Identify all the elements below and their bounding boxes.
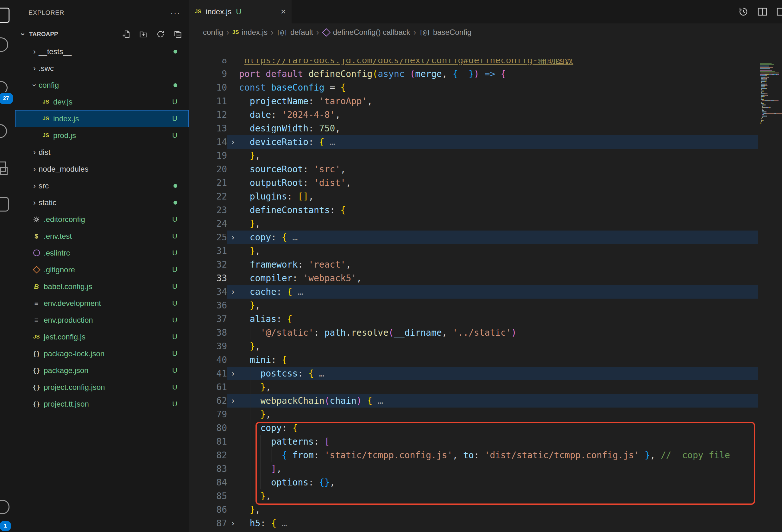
tree-file-project-config-json[interactable]: {}project.config.jsonU bbox=[15, 379, 189, 395]
new-folder-icon[interactable] bbox=[139, 30, 147, 38]
tree-file-editorconfig[interactable]: .editorconfigU bbox=[15, 211, 189, 228]
breadcrumb-item-defineconfig-callback[interactable]: defineConfig() callback bbox=[322, 28, 410, 37]
code-text: }, bbox=[239, 503, 758, 517]
code-editor[interactable]: 8 https://taro-docs.jd.com/docs/next/con… bbox=[189, 41, 782, 532]
line-number: 24 bbox=[189, 217, 227, 230]
indent-guide bbox=[239, 421, 250, 435]
code-line[interactable]: 87›h5: { … bbox=[189, 517, 758, 530]
code-line[interactable]: 41›postcss: { … bbox=[189, 367, 758, 380]
code-line[interactable]: 82{ from: 'static/tcmpp.config.js', to: … bbox=[189, 449, 758, 462]
code-line[interactable]: 10const baseConfig = { bbox=[189, 81, 758, 94]
tree-file-project-tt-json[interactable]: {}project.tt.jsonU bbox=[15, 395, 189, 412]
breadcrumb-item-index-js[interactable]: JSindex.js bbox=[233, 28, 268, 37]
tree-file-env-production[interactable]: ≡env.productionU bbox=[15, 312, 189, 328]
breadcrumb-item-config[interactable]: config bbox=[203, 28, 223, 37]
minimap[interactable] bbox=[758, 59, 782, 532]
timeline-history-icon[interactable] bbox=[738, 7, 748, 17]
refresh-icon[interactable] bbox=[156, 30, 165, 38]
fold-chevron-icon[interactable]: › bbox=[227, 367, 239, 380]
tree-file-eslintrc[interactable]: .eslintrcU bbox=[15, 245, 189, 261]
tree-file-env-test[interactable]: $.env.testU bbox=[15, 228, 189, 245]
code-line[interactable]: 38'@/static': path.resolve(__dirname, '.… bbox=[189, 326, 758, 340]
tree-folder-tests[interactable]: ›__tests__ bbox=[15, 43, 189, 60]
code-line[interactable]: 33compiler: 'webpack5', bbox=[189, 271, 758, 285]
tree-file-index-js[interactable]: JSindex.jsU bbox=[15, 110, 189, 127]
code-area[interactable]: 8 https://taro-docs.jd.com/docs/next/con… bbox=[189, 59, 758, 532]
run-debug-icon[interactable] bbox=[0, 124, 7, 138]
code-line[interactable]: 40mini: { bbox=[189, 353, 758, 367]
code-line[interactable]: 112}, bbox=[189, 530, 758, 532]
tree-file-jest-config-js[interactable]: JSjest.config.jsU bbox=[15, 328, 189, 345]
tree-file-env-development[interactable]: ≡env.developmentU bbox=[15, 295, 189, 312]
fold-chevron-icon[interactable]: › bbox=[227, 394, 239, 407]
code-line[interactable]: 39}, bbox=[189, 340, 758, 353]
fold-chevron-icon[interactable]: › bbox=[227, 135, 239, 149]
tree-file-prod-js[interactable]: JSprod.jsU bbox=[15, 127, 189, 144]
code-line[interactable]: 80copy: { bbox=[189, 421, 758, 435]
code-line[interactable]: 62›webpackChain(chain) { … bbox=[189, 394, 758, 407]
code-line[interactable]: 8 https://taro-docs.jd.com/docs/next/con… bbox=[189, 59, 758, 67]
tree-folder-swc[interactable]: ›.swc bbox=[15, 60, 189, 77]
code-line[interactable]: 19}, bbox=[189, 149, 758, 163]
fold-gutter bbox=[227, 121, 239, 135]
tree-folder-static[interactable]: ›static bbox=[15, 194, 189, 211]
tree-file-dev-js[interactable]: JSdev.jsU bbox=[15, 94, 189, 110]
breadcrumb-item-default[interactable]: [@]default bbox=[277, 28, 313, 37]
code-line[interactable]: 25›copy: { … bbox=[189, 230, 758, 244]
explorer-view-icon[interactable] bbox=[0, 8, 9, 23]
code-line[interactable]: 12date: '2024-4-8', bbox=[189, 108, 758, 121]
code-line[interactable]: 79}, bbox=[189, 407, 758, 421]
code-line[interactable]: 84options: {}, bbox=[189, 475, 758, 489]
tab-index-js[interactable]: JS index.js U × bbox=[189, 0, 292, 24]
code-line[interactable]: 31}, bbox=[189, 244, 758, 258]
fold-chevron-icon[interactable]: › bbox=[227, 285, 239, 298]
fold-chevron-icon[interactable]: › bbox=[227, 517, 239, 530]
code-line[interactable]: 14›deviceRatio: { … bbox=[189, 135, 758, 149]
code-line[interactable]: 83], bbox=[189, 462, 758, 475]
code-line[interactable]: 21outputRoot: 'dist', bbox=[189, 176, 758, 190]
code-line[interactable]: 61}, bbox=[189, 380, 758, 394]
section-header-taroapp[interactable]: › TAROAPP bbox=[15, 25, 189, 43]
code-line[interactable]: 37alias: { bbox=[189, 312, 758, 326]
more-actions-icon[interactable] bbox=[776, 7, 782, 17]
tree-folder-node-modules[interactable]: ›node_modules bbox=[15, 161, 189, 177]
git-status-badge: U bbox=[172, 249, 177, 257]
code-line[interactable]: 22plugins: [], bbox=[189, 190, 758, 203]
explorer-more-icon[interactable]: ··· bbox=[170, 8, 180, 18]
tree-folder-config[interactable]: ›config bbox=[15, 77, 189, 94]
fold-gutter bbox=[227, 380, 239, 394]
code-line[interactable]: 32framework: 'react', bbox=[189, 258, 758, 271]
remote-explorer-icon[interactable] bbox=[0, 197, 9, 212]
code-line[interactable]: 85}, bbox=[189, 489, 758, 503]
code-line[interactable]: 11projectName: 'taroApp', bbox=[189, 94, 758, 108]
code-line[interactable]: 36}, bbox=[189, 298, 758, 312]
code-line[interactable]: 34›cache: { … bbox=[189, 285, 758, 298]
code-line[interactable]: 9port default defineConfig(async (merge,… bbox=[189, 67, 758, 81]
code-line[interactable]: 86}, bbox=[189, 503, 758, 517]
close-icon[interactable]: × bbox=[281, 7, 286, 17]
fold-chevron-icon[interactable]: › bbox=[227, 230, 239, 244]
activity-bar[interactable]: 27 1 bbox=[0, 0, 15, 532]
code-line[interactable]: 81patterns: [ bbox=[189, 435, 758, 449]
code-line[interactable]: 20sourceRoot: 'src', bbox=[189, 163, 758, 176]
new-file-icon[interactable] bbox=[122, 30, 131, 38]
code-text: outputRoot: 'dist', bbox=[239, 176, 758, 190]
breadcrumb-item-baseconfig[interactable]: [@]baseConfig bbox=[419, 28, 471, 37]
indent-guide bbox=[260, 435, 271, 449]
collapse-all-icon[interactable] bbox=[174, 30, 182, 38]
tree-folder-dist[interactable]: ›dist bbox=[15, 144, 189, 161]
code-line[interactable]: 13designWidth: 750, bbox=[189, 121, 758, 135]
tree-file-gitignore[interactable]: .gitignoreU bbox=[15, 261, 189, 278]
tree-folder-src[interactable]: ›src bbox=[15, 177, 189, 194]
code-line[interactable]: 23defineConstants: { bbox=[189, 203, 758, 217]
search-icon[interactable] bbox=[0, 37, 8, 52]
tree-file-package-json[interactable]: {}package.jsonU bbox=[15, 362, 189, 379]
code-line[interactable]: 24}, bbox=[189, 217, 758, 230]
split-editor-icon[interactable] bbox=[757, 7, 768, 17]
list-file-icon: ≡ bbox=[30, 299, 42, 308]
accounts-icon[interactable] bbox=[0, 500, 9, 514]
tree-file-package-lock-json[interactable]: {}package-lock.jsonU bbox=[15, 345, 189, 362]
tree-file-babel-config-js[interactable]: Bbabel.config.jsU bbox=[15, 278, 189, 295]
code-text: date: '2024-4-8', bbox=[239, 108, 758, 121]
minimap-line bbox=[761, 92, 782, 93]
